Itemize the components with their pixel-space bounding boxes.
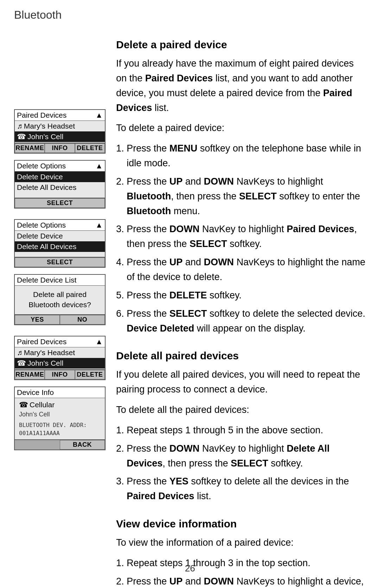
- screen1-item-1: ♬ Mary's Headset: [15, 121, 105, 131]
- screen3-title-bar: Delete Options ▲: [15, 220, 105, 231]
- screen5-item2-label: John's Cell: [27, 359, 63, 367]
- delete-paired-steps: 1. Press the MENU softkey on the telepho…: [116, 141, 366, 336]
- heading-delete-all: Delete all paired devices: [116, 350, 366, 362]
- screen-paired-devices-1: Paired Devices ▲ ♬ Mary's Headset ☎ John…: [14, 109, 106, 154]
- step-1: 1. Press the MENU softkey on the telepho…: [116, 141, 366, 171]
- screen5-softkeys: RENAME INFO DELETE: [15, 369, 105, 379]
- headset-icon-2: ♬: [17, 348, 23, 357]
- screen2-item-1: Delete Device: [15, 172, 105, 182]
- rename-softkey-2[interactable]: RENAME: [15, 370, 45, 379]
- all-step-2: 2. Press the DOWN NavKey to highlight De…: [116, 441, 366, 471]
- heading-view-info: View device information: [116, 518, 366, 530]
- page-number: 26: [185, 563, 195, 574]
- screen6-title-bar: Device Info: [15, 387, 105, 398]
- screen1-softkeys: RENAME INFO DELETE: [15, 143, 105, 153]
- all-step-3: 3. Press the YES softkey to delete all t…: [116, 474, 366, 504]
- screen3-item2-label: Delete All Devices: [17, 242, 76, 251]
- step-3: 3. Press the DOWN NavKey to highlight Pa…: [116, 222, 366, 252]
- screen1-item-2: ☎ John's Cell: [15, 131, 105, 142]
- back-softkey[interactable]: BACK: [60, 440, 105, 450]
- delete-all-intro: If you delete all paired devices, you wi…: [116, 367, 366, 397]
- screen3-title: Delete Options: [17, 221, 66, 229]
- screen5-item-2: ☎ John's Cell: [15, 358, 105, 369]
- screen3-item1-label: Delete Device: [17, 232, 63, 240]
- step-2: 2. Press the UP and DOWN NavKeys to high…: [116, 174, 366, 219]
- no-softkey[interactable]: NO: [60, 315, 105, 324]
- left-column: Paired Devices ▲ ♬ Mary's Headset ☎ John…: [14, 39, 109, 457]
- select-softkey-1[interactable]: SELECT: [15, 198, 105, 208]
- screen4-line1: Delete all paired: [18, 289, 101, 299]
- delete-all-to: To delete all the paired devices:: [116, 403, 366, 417]
- screen-delete-device-list: Delete Device List Delete all paired Blu…: [14, 274, 106, 325]
- screen6-label-text: Cellular: [30, 401, 55, 409]
- step-4: 4. Press the UP and DOWN NavKeys to high…: [116, 255, 366, 285]
- cellular-icon: ☎: [19, 401, 28, 409]
- all-step-1: 1. Repeat steps 1 through 5 in the above…: [116, 423, 366, 438]
- info-step-2: 2. Press the UP and DOWN NavKeys to high…: [116, 574, 366, 588]
- screen-delete-options-2: Delete Options ▲ Delete Device Delete Al…: [14, 219, 106, 268]
- delete-softkey[interactable]: DELETE: [75, 143, 105, 153]
- screen1-title-bar: Paired Devices ▲: [15, 110, 105, 121]
- screen-device-info: Device Info ☎ Cellular John's Cell BLUET…: [14, 386, 106, 450]
- screen5-arrow: ▲: [95, 338, 103, 346]
- screen-paired-devices-2: Paired Devices ▲ ♬ Mary's Headset ☎ John…: [14, 336, 106, 380]
- screen2-item2-label: Delete All Devices: [17, 183, 76, 192]
- screen3-arrow: ▲: [95, 221, 103, 229]
- screen1-arrow: ▲: [95, 111, 103, 119]
- screen1-item2-label: John's Cell: [27, 132, 63, 141]
- view-info-intro: To view the information of a paired devi…: [116, 536, 366, 550]
- screen4-line2: Bluetooth devices?: [18, 299, 101, 310]
- right-column: Delete a paired device If you already ha…: [116, 39, 366, 588]
- screen2-item1-label: Delete Device: [17, 173, 63, 181]
- screen6-device-name: John's Cell: [17, 410, 103, 419]
- step-5: 5. Press the DELETE softkey.: [116, 288, 366, 303]
- info-step-1: 1. Repeat steps 1 through 3 in the top s…: [116, 556, 366, 571]
- screen2-arrow: ▲: [95, 162, 103, 170]
- view-info-steps: 1. Repeat steps 1 through 3 in the top s…: [116, 556, 366, 588]
- yes-softkey[interactable]: YES: [15, 315, 60, 324]
- screen5-item-1: ♬ Mary's Headset: [15, 347, 105, 358]
- page-title: Bluetooth: [14, 8, 62, 21]
- info-softkey-2[interactable]: INFO: [45, 370, 75, 379]
- screen5-title-bar: Paired Devices ▲: [15, 336, 105, 347]
- screen4-title: Delete Device List: [17, 276, 76, 284]
- screen6-bt-addr: 001A1A11AAAA: [17, 429, 103, 437]
- screen3-item-2: Delete All Devices: [15, 241, 105, 252]
- screen3-softkeys: SELECT: [15, 257, 105, 267]
- headset-icon: ♬: [17, 122, 23, 130]
- screen6-title: Device Info: [17, 388, 54, 397]
- screen2-item-2: Delete All Devices: [15, 182, 105, 193]
- screen6-body: ☎ Cellular John's Cell BLUETOOTH DEV. AD…: [15, 398, 105, 439]
- select-softkey-2[interactable]: SELECT: [15, 258, 105, 267]
- screen3-item-1: Delete Device: [15, 231, 105, 241]
- screen6-bt-label: BLUETOOTH DEV. ADDR:: [17, 421, 103, 429]
- screen4-softkeys: YES NO: [15, 314, 105, 324]
- screen4-confirm: Delete all paired Bluetooth devices?: [17, 287, 103, 312]
- heading-delete-paired: Delete a paired device: [116, 39, 366, 51]
- screen-delete-options-1: Delete Options ▲ Delete Device Delete Al…: [14, 160, 106, 209]
- delete-all-steps: 1. Repeat steps 1 through 5 in the above…: [116, 423, 366, 504]
- screen2-title: Delete Options: [17, 162, 66, 170]
- screen2-title-bar: Delete Options ▲: [15, 161, 105, 172]
- delete-softkey-2[interactable]: DELETE: [75, 370, 105, 379]
- cell-icon: ☎: [17, 132, 26, 141]
- info-softkey[interactable]: INFO: [45, 143, 75, 153]
- screen4-title-bar: Delete Device List: [15, 275, 105, 286]
- step-6: 6. Press the SELECT softkey to delete th…: [116, 307, 366, 336]
- cell-icon-2: ☎: [17, 359, 26, 367]
- screen1-title: Paired Devices: [17, 111, 66, 119]
- screen1-item1-label: Mary's Headset: [24, 122, 75, 130]
- screen2-softkeys: SELECT: [15, 198, 105, 208]
- delete-paired-intro: If you already have the maximum of eight…: [116, 56, 366, 115]
- screen4-body: Delete all paired Bluetooth devices?: [15, 286, 105, 314]
- screen6-softkeys: BACK: [15, 439, 105, 450]
- screen6-device-label: ☎ Cellular: [17, 400, 103, 410]
- screen5-title: Paired Devices: [17, 338, 66, 346]
- delete-paired-to: To delete a paired device:: [116, 121, 366, 136]
- rename-softkey[interactable]: RENAME: [15, 143, 45, 153]
- screen5-item1-label: Mary's Headset: [24, 348, 75, 357]
